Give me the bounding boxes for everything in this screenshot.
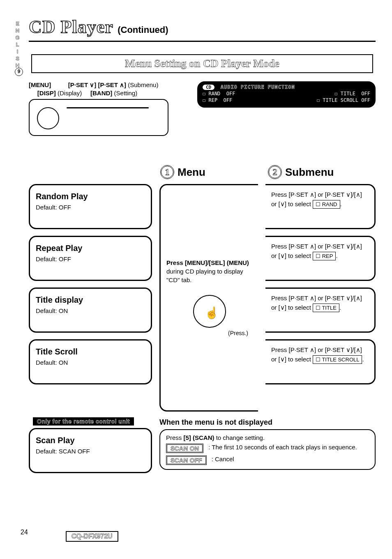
- submenu-rand: Press [P·SET ∧] or [P·SET ∨]/[∧] or [∨] …: [265, 184, 376, 229]
- feature-title: Title display: [36, 295, 145, 305]
- hand-icon: ☝: [205, 305, 219, 321]
- lcd-scroll-val: OFF: [361, 97, 370, 103]
- step-1-label: Menu: [178, 166, 205, 179]
- press-label: (Press.): [228, 329, 252, 338]
- scan-press-text: Press [5] (SCAN) to change setting.: [166, 434, 369, 441]
- scan-off-badge: SCAN OFF: [166, 455, 207, 465]
- language-tab: ENGLISH: [14, 21, 21, 69]
- submenu-title: Press [P·SET ∧] or [P·SET ∨]/[∧] or [∨] …: [265, 288, 376, 333]
- feature-default: Default: ON: [36, 307, 145, 314]
- menu-instruction: Press [MENU]/[SEL] (MENU) during CD play…: [159, 184, 258, 412]
- feature-title: Repeat Play: [36, 244, 145, 253]
- lcd-rep: ☐ REP: [203, 97, 217, 103]
- feature-default: Default: ON: [36, 359, 145, 366]
- label-band: [BAND]: [90, 90, 112, 97]
- feature-default: Default: OFF: [36, 255, 145, 262]
- lcd-rep-val: OFF: [224, 97, 233, 103]
- lcd-rand: ☐ RAND: [203, 91, 220, 97]
- feature-title-scroll: Title Scroll Default: ON: [29, 339, 152, 384]
- scan-instruction-box: Press [5] (SCAN) to change setting. SCAN…: [159, 429, 376, 470]
- menu-line1: Press [MENU]/[SEL] (MENU): [166, 258, 249, 267]
- title-main: CD Player: [29, 17, 113, 37]
- remote-only-badge: Only for the remote control unit: [33, 417, 134, 426]
- lcd-title-val: OFF: [361, 91, 370, 97]
- feature-repeat-play: Repeat Play Default: OFF: [29, 236, 152, 281]
- feature-default: Default: OFF: [36, 204, 145, 211]
- lcd-screen: CD AUDIO PICTURE FUNCTION ☐ RAND OFF ☐ T…: [197, 81, 376, 163]
- feature-random-play: Random Play Default: OFF: [29, 184, 152, 229]
- page-number: 24: [21, 529, 28, 536]
- feature-default: Default: SCAN OFF: [36, 448, 145, 455]
- press-dial-icon: ☝: [193, 295, 226, 328]
- step-1-number: 1: [160, 165, 174, 179]
- step-2-label: Submenu: [285, 166, 334, 179]
- feature-title: Title Scroll: [36, 347, 145, 357]
- label-menu: [MENU]: [29, 81, 51, 88]
- submenu-kbd: ☐ TITLE: [313, 304, 339, 313]
- feature-title: Random Play: [36, 192, 145, 201]
- scan-off-desc: : Cancel: [212, 455, 234, 462]
- label-pset-note: (Submenu): [128, 81, 158, 88]
- menu-line3: "CD" tab.: [166, 276, 249, 284]
- step-2-number: 2: [268, 165, 282, 179]
- model-badge: CQ-DFX972U: [66, 531, 118, 542]
- side-page-number: 9: [15, 68, 23, 76]
- lcd-scroll: ☐ TITLE SCROLL: [317, 97, 358, 103]
- feature-title-display: Title display Default: ON: [29, 288, 152, 333]
- step-1-header: 1 Menu: [160, 165, 268, 179]
- lcd-rand-val: OFF: [226, 91, 235, 97]
- lcd-title: ☐ TITLE: [334, 91, 355, 97]
- lcd-header: AUDIO PICTURE FUNCTION: [221, 84, 295, 90]
- page-title: CD Player (Continued): [29, 16, 376, 42]
- label-disp-note: (Display): [58, 90, 82, 97]
- label-band-note: (Setting): [114, 90, 138, 97]
- submenu-kbd: ☐ RAND: [313, 200, 340, 209]
- label-disp: [DISP]: [37, 90, 56, 97]
- section-banner: Menu Setting on CD Player Mode: [31, 54, 373, 73]
- submenu-kbd: ☐ TITLE SCROLL: [313, 355, 362, 364]
- feature-title: Scan Play: [36, 436, 145, 445]
- submenu-rep: Press [P·SET ∧] or [P·SET ∨]/[∧] or [∨] …: [265, 236, 376, 281]
- no-display-heading: When the menu is not displayed: [159, 418, 376, 427]
- label-pset: [P·SET ∨] [P·SET ∧]: [68, 81, 126, 88]
- submenu-kbd: ☐ REP: [313, 252, 336, 261]
- scan-on-desc: : The first 10 seconds of each track pla…: [208, 444, 357, 451]
- menu-line2: during CD playing to display: [166, 267, 249, 276]
- submenu-title-scroll: Press [P·SET ∧] or [P·SET ∨]/[∧] or [∨] …: [265, 339, 376, 384]
- title-continued: (Continued): [118, 25, 168, 35]
- device-diagram: [MENU] [P·SET ∨] [P·SET ∧] (Submenu) [DI…: [29, 81, 185, 163]
- step-2-header: 2 Submenu: [268, 165, 376, 179]
- scan-on-badge: SCAN ON: [166, 444, 203, 453]
- feature-scan-play: Scan Play Default: SCAN OFF: [29, 428, 152, 473]
- banner-text: Menu Setting on CD Player Mode: [125, 58, 279, 69]
- head-unit-icon: [29, 99, 168, 136]
- lcd-tab: CD: [203, 85, 214, 90]
